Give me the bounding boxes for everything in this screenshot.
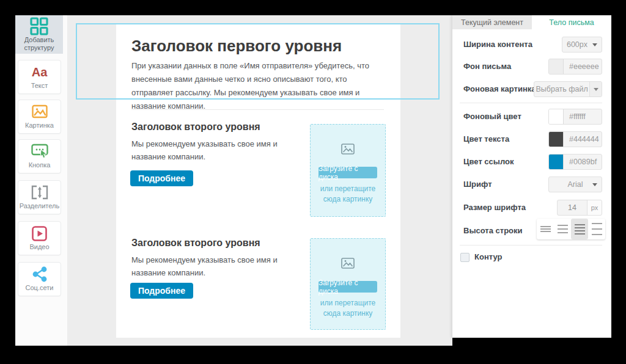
color-swatch[interactable] — [549, 109, 564, 124]
outline-checkbox[interactable] — [460, 253, 470, 262]
email-background-input[interactable]: #eeeeee — [548, 59, 602, 75]
upload-from-disk-button[interactable]: Загрузите с диска — [319, 281, 377, 293]
link-color-label: Цвет ссылок — [463, 154, 514, 170]
sidebar-item-add-structure[interactable]: Добавить структуру — [15, 15, 63, 54]
email-canvas: Заголовок первого уровня При указании да… — [67, 15, 452, 346]
line-height-option-2[interactable] — [554, 219, 571, 239]
image-icon — [32, 104, 48, 120]
sidebar: Добавить структуру Aa Текст Картинка — [15, 15, 67, 346]
sidebar-item-social[interactable]: Соц.сети — [18, 262, 61, 296]
sidebar-item-button[interactable]: Кнопка — [18, 139, 61, 173]
sidebar-item-label: Разделитель — [20, 202, 59, 210]
line-height-option-4[interactable] — [588, 219, 605, 239]
font-size-input[interactable]: 14 — [558, 200, 587, 215]
sidebar-item-label: Текст — [31, 82, 48, 90]
content-width-label: Ширина контента — [463, 37, 532, 53]
sidebar-item-divider[interactable]: Разделитель — [18, 180, 61, 214]
text-icon: Aa — [32, 64, 48, 80]
settings-panel: Текущий элемент Тело письма Ширина конте… — [452, 15, 611, 338]
upload-from-disk-button[interactable]: Загрузите с диска — [319, 167, 377, 178]
text-color-value: #444444 — [564, 135, 599, 144]
social-share-icon — [31, 266, 48, 282]
line-height-label: Высота строки — [463, 223, 523, 239]
color-swatch[interactable] — [549, 59, 564, 74]
button-icon — [31, 144, 48, 159]
more-button[interactable]: Подробнее — [130, 170, 193, 186]
section-divider — [131, 109, 384, 110]
image-upload-placeholder[interactable]: Загрузите с диска или перетащите сюда ка… — [310, 238, 386, 330]
more-button[interactable]: Подробнее — [130, 283, 193, 299]
background-color-input[interactable]: #ffffff — [548, 109, 602, 125]
text-color-label: Цвет текста — [463, 131, 509, 147]
background-image-control: Выбрать файл — [534, 81, 602, 97]
content-width-value: 600px — [567, 40, 587, 49]
divider-icon — [31, 184, 49, 200]
email-background-label: Фон письма — [463, 59, 511, 75]
email-heading-1[interactable]: Заголовок первого уровня — [131, 37, 342, 56]
upload-hint: или перетащите сюда картинку — [316, 298, 380, 319]
line-height-option-3[interactable] — [571, 219, 588, 239]
chevron-down-icon — [592, 183, 597, 186]
sidebar-item-label: Картинка — [25, 122, 54, 129]
link-color-input[interactable]: #0089bf — [548, 154, 602, 170]
app-window: Добавить структуру Aa Текст Картинка — [0, 0, 626, 364]
section-paragraph[interactable]: Мы рекомендуем указывать свое имя и назв… — [131, 253, 298, 279]
link-color-value: #0089bf — [564, 158, 597, 166]
panel-divider — [460, 245, 602, 246]
font-size-unit: px — [587, 200, 602, 215]
file-dropdown-button[interactable] — [589, 82, 602, 96]
outline-label: Контур — [474, 252, 502, 261]
text-color-input[interactable]: #444444 — [548, 131, 602, 147]
tab-current-element[interactable]: Текущий элемент — [452, 15, 532, 29]
section-heading[interactable]: Заголовок второго уровня — [131, 122, 260, 133]
email-intro-paragraph[interactable]: При указании данных в поле «Имя отправит… — [131, 59, 385, 113]
font-size-control: 14 px — [557, 200, 602, 216]
sidebar-item-label: Соц.сети — [26, 284, 54, 292]
background-color-label: Фоновый цвет — [463, 109, 521, 125]
font-value: Arial — [567, 180, 583, 189]
color-swatch[interactable] — [549, 155, 564, 169]
line-height-option-1[interactable] — [537, 219, 554, 239]
panel-divider — [460, 103, 602, 103]
color-swatch[interactable] — [549, 132, 564, 147]
chevron-down-icon — [594, 88, 598, 91]
section-paragraph[interactable]: Мы рекомендуем указывать свое имя и назв… — [131, 137, 298, 163]
email-background-value: #eeeeee — [564, 62, 599, 71]
image-placeholder-icon — [341, 258, 355, 269]
chevron-down-icon — [592, 43, 597, 46]
sidebar-item-label: Видео — [29, 243, 49, 251]
sidebar-item-label: Добавить структуру — [18, 36, 61, 52]
video-icon — [32, 225, 47, 241]
add-structure-grid-icon — [30, 18, 48, 34]
choose-file-button[interactable]: Выбрать файл — [534, 82, 589, 96]
font-size-label: Размер шрифта — [463, 200, 526, 216]
sidebar-item-label: Кнопка — [29, 161, 51, 169]
content-width-select[interactable]: 600px — [562, 37, 602, 53]
font-select[interactable]: Arial — [548, 177, 602, 192]
section-heading[interactable]: Заголовок второго уровня — [131, 238, 260, 249]
sidebar-item-video[interactable]: Видео — [18, 221, 61, 255]
sidebar-item-image[interactable]: Картинка — [18, 100, 61, 134]
sidebar-item-text[interactable]: Aa Текст — [18, 60, 61, 94]
font-label: Шрифт — [463, 177, 492, 192]
image-placeholder-icon — [341, 144, 355, 155]
email-sheet: Заголовок первого уровня При указании да… — [116, 24, 400, 338]
background-image-label: Фоновая картинка — [463, 81, 536, 97]
tab-email-body[interactable]: Тело письма — [532, 15, 611, 29]
upload-hint: или перетащите сюда картинку — [316, 184, 380, 205]
line-height-options — [537, 219, 605, 239]
image-upload-placeholder[interactable]: Загрузите с диска или перетащите сюда ка… — [310, 124, 386, 217]
background-color-value: #ffffff — [564, 112, 586, 121]
